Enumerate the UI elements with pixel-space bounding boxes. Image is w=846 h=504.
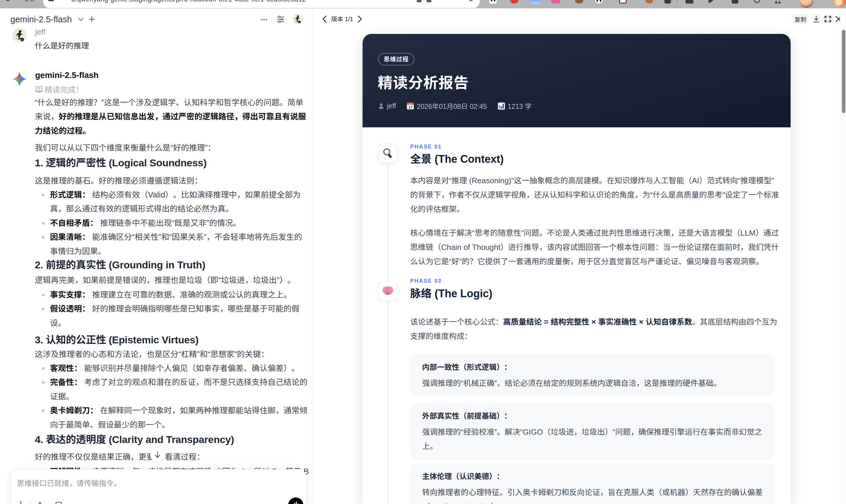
- play-icon[interactable]: [708, 0, 713, 4]
- address-bar[interactable]: a.qwenyang-genie.staging/agents/p/ru-n3d…: [43, 0, 480, 8]
- reload-icon[interactable]: [5, 0, 11, 1]
- gemini-logo: [13, 72, 27, 86]
- extension-icon[interactable]: [732, 0, 738, 4]
- assistant-status: 精读完成！: [35, 84, 83, 95]
- chevron-down-icon[interactable]: [78, 18, 83, 21]
- markdown-list-item: 完备性： 考虑了对立的观点和潜在的反证，而不是只选择支持自己结论的证据。: [35, 376, 312, 404]
- site-info-icon[interactable]: [48, 0, 54, 1]
- extension-eyes: [600, 0, 601, 2]
- attach-button[interactable]: [17, 501, 25, 504]
- markdown-list-item: 形式逻辑： 结构必须有效（Valid）。比如演绎推理中，如果前提全部为真，那么通…: [35, 188, 312, 216]
- markdown-list-item: 不自相矛盾： 推理链条中不能出现“既是又非”的情况。: [35, 216, 312, 230]
- markdown-list-item: 事实支撑： 推理建立在可靠的数据、准确的观测或公认的真理之上。: [35, 288, 312, 302]
- more-menu-button[interactable]: [261, 18, 267, 21]
- meta-author: jeff: [378, 102, 396, 110]
- extension-icon[interactable]: [619, 0, 627, 4]
- scrollbar-thumb[interactable]: [842, 30, 845, 113]
- markdown-paragraph: 这是推理的基石。好的推理必须遵循逻辑法则：: [35, 174, 312, 188]
- extension-icon[interactable]: [510, 0, 518, 4]
- artifact-panel: 版本 1/1 复制 思维过程 精读分析报告 jeff JUL172026年01月…: [312, 8, 846, 504]
- toolbar-divider: [677, 0, 677, 2]
- extension-eyes: [597, 0, 598, 2]
- extension-icon[interactable]: [665, 0, 671, 4]
- phase-label: PHASE 02: [410, 278, 442, 284]
- extension-icon[interactable]: [595, 0, 603, 4]
- svg-text:JUL: JUL: [409, 103, 412, 105]
- user-avatar[interactable]: [12, 28, 27, 42]
- scroll-to-bottom-button[interactable]: [150, 447, 165, 462]
- meta-words-text: 1213 字: [508, 101, 532, 111]
- extension-icon[interactable]: [530, 0, 541, 4]
- svg-text:17: 17: [408, 105, 412, 109]
- markdown-list-item: 客观性： 能够识别并尽量排除个人偏见（如幸存者偏差、确认偏差）。: [35, 361, 312, 376]
- meta-words: 1213 字: [498, 101, 532, 111]
- new-chat-icon: [89, 16, 95, 22]
- extension-icon[interactable]: [489, 0, 497, 4]
- skills-icon: [35, 502, 45, 504]
- download-button[interactable]: [812, 14, 821, 23]
- football-kid-art: [292, 14, 303, 24]
- extension-icon[interactable]: [551, 0, 560, 4]
- voice-input-button[interactable]: [288, 498, 303, 504]
- prev-version-icon: [322, 16, 327, 23]
- profile-avatar[interactable]: [799, 0, 813, 8]
- addressbar-icon[interactable]: [427, 0, 431, 2]
- artifact-tag: 思维过程: [378, 53, 415, 66]
- markdown-paragraph: 我们可以从以下四个维度来衡量什么是“好的推理”：: [35, 141, 312, 155]
- url-text: a.qwenyang-genie.staging/agents/p/ru-n3d…: [71, 0, 306, 3]
- skills-button[interactable]: [35, 502, 45, 504]
- feature-card: 主体伦理（认识美德）： 转向推理者的心理特征。引入奥卡姆剃刀和反向论证，旨在克服…: [410, 464, 775, 504]
- magnifier-icon: [383, 148, 393, 158]
- extension-icon[interactable]: [645, 0, 653, 4]
- section-paragraph: 该论述基于一个核心公式：高质量结论 = 结构完整性 × 事实准确性 × 认知自律…: [410, 315, 791, 343]
- clock-icon[interactable]: [754, 0, 760, 3]
- version-label: 版本 1/1: [331, 15, 353, 23]
- chevron-down-icon: [78, 18, 83, 21]
- saved-prompts-button[interactable]: [55, 502, 63, 504]
- markdown-list-item: 因果清晰： 能准确区分“相关性”和“因果关系”，不会轻率地将先后发生的事情归为因…: [35, 230, 312, 258]
- apps-icon[interactable]: [25, 0, 28, 1]
- flame-icon[interactable]: [833, 0, 846, 7]
- markdown-heading: 4. 表达的透明度 (Clarity and Transparency): [35, 433, 312, 446]
- fullscreen-button[interactable]: [823, 14, 832, 23]
- model-settings-button[interactable]: [277, 16, 284, 23]
- user-message: 什么是好的推理: [35, 40, 89, 51]
- extension-eyes: [494, 0, 495, 1]
- next-version-icon: [358, 16, 362, 23]
- football-kid-art: [12, 28, 27, 42]
- status-text: 精读完成！: [45, 84, 83, 95]
- section-title: 全景 (The Context): [410, 153, 504, 165]
- copy-button[interactable]: 复制: [792, 14, 809, 24]
- panel-divider: [312, 8, 312, 504]
- apps-icon[interactable]: [31, 0, 34, 1]
- saved-prompts-icon: [55, 502, 63, 504]
- grid-dots-icon[interactable]: [775, 0, 777, 0]
- meta-date: JUL172026年01月08日 02:45: [407, 101, 487, 111]
- timeline-line: [387, 301, 388, 504]
- book-icon: [35, 86, 43, 93]
- composer-divider: [30, 501, 31, 504]
- download-icon: [812, 15, 820, 23]
- next-version-button[interactable]: [358, 16, 362, 23]
- chat-panel: gemini-2.5-flash jeff 什么是好的推理 gemini-2.5…: [0, 8, 312, 504]
- assistant-avatar: [13, 72, 27, 86]
- scrollbar-track[interactable]: [840, 8, 846, 504]
- version-nav: 版本 1/1: [322, 15, 362, 23]
- markdown-paragraph: 逻辑再完美，如果前提是错误的，推理也是垃圾（即“垃圾进，垃圾出”）。: [35, 273, 312, 287]
- more-menu-icon: [261, 18, 267, 21]
- composer[interactable]: 思维接口已就绪，请传输指令。: [11, 469, 306, 504]
- prev-version-button[interactable]: [322, 16, 327, 23]
- meta-date-text: 2026年01月08日 02:45: [417, 101, 487, 111]
- meta-author-text: jeff: [387, 102, 396, 110]
- markdown-paragraph: 这涉及推理者的心态和方法论，也是区分“杠精”和“思想家”的关键：: [35, 347, 312, 361]
- header-avatar[interactable]: [292, 14, 303, 24]
- chat-title[interactable]: gemini-2.5-flash: [11, 15, 72, 24]
- attach-plus-icon: [17, 501, 25, 504]
- new-chat-button[interactable]: [89, 16, 95, 22]
- extension-icon[interactable]: [575, 0, 583, 4]
- section-paragraph: 本内容是对“推理 (Reasoning)”这一抽象概念的高层建模。在知识爆炸与人…: [410, 174, 791, 216]
- extension-icon[interactable]: [686, 0, 693, 4]
- addressbar-icon[interactable]: [417, 0, 422, 2]
- model-settings-icon: [277, 16, 284, 23]
- card-body: 强调推理的“机械正确”。结论必须在给定的规则系统内逻辑自洽，这是推理的硬件基础。: [422, 376, 763, 390]
